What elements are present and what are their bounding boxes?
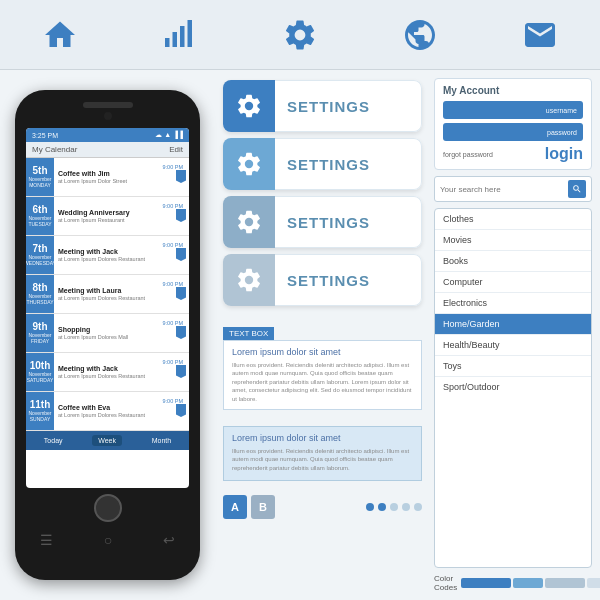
calendar-item[interactable]: 8th November THURSDAY Meeting with Laura…	[26, 275, 189, 314]
search-bar[interactable]	[434, 176, 592, 202]
event-right: 9:00 PM	[159, 275, 189, 313]
event-content: Meeting with Laura at Lorem Ipsum Dolore…	[54, 275, 159, 313]
signal-icon[interactable]	[150, 5, 210, 65]
tab-month[interactable]: Month	[146, 435, 177, 446]
status-bar: 3:25 PM ☁ ▲ ▐▐	[26, 128, 189, 142]
menu-item-movies[interactable]: Movies	[435, 230, 591, 251]
event-date: 5th November MONDAY	[26, 158, 54, 196]
event-time: 9:00 PM	[163, 395, 186, 404]
event-date: 6th November TUESDAY	[26, 197, 54, 235]
settings-button-3[interactable]: SETTINGS	[223, 196, 422, 248]
textbox-label: TEXT BOX	[223, 327, 274, 340]
event-title: Meeting with Jack	[58, 365, 155, 372]
calendar-item[interactable]: 11th November SUNDAY Coffee with Eva at …	[26, 392, 189, 431]
forgot-password-link[interactable]: forgot password	[443, 151, 493, 158]
username-label: username	[546, 107, 577, 114]
menu-item-computer[interactable]: Computer	[435, 272, 591, 293]
menu-icon[interactable]: ☰	[40, 532, 53, 548]
letter-buttons: A B	[223, 495, 275, 519]
circle-icon[interactable]: ○	[104, 532, 112, 548]
textbox-content-2: Lorem ipsum dolor sit amet Illum eos pro…	[223, 426, 422, 481]
menu-item-clothes[interactable]: Clothes	[435, 209, 591, 230]
menu-item-toys[interactable]: Toys	[435, 356, 591, 377]
mail-icon[interactable]	[510, 5, 570, 65]
letter-btn-b[interactable]: B	[251, 495, 275, 519]
phone-home-button[interactable]	[94, 494, 122, 522]
event-right: 9:00 PM	[159, 353, 189, 391]
dot-1	[366, 503, 374, 511]
main-area: 3:25 PM ☁ ▲ ▐▐ My Calendar Edit 5th Nove…	[0, 70, 600, 600]
settings-btn-icon	[223, 254, 275, 306]
letter-btn-a[interactable]: A	[223, 495, 247, 519]
event-content: Coffee with Jim at Lorem Ipsum Dolor Str…	[54, 158, 159, 196]
color-codes-section: Color Codes	[434, 574, 592, 592]
search-input[interactable]	[440, 185, 564, 194]
gear-icon[interactable]	[270, 5, 330, 65]
menu-item-electronics[interactable]: Electronics	[435, 293, 591, 314]
back-icon[interactable]: ↩	[163, 532, 175, 548]
event-day-num: 5th	[33, 166, 48, 176]
phone-device: 3:25 PM ☁ ▲ ▐▐ My Calendar Edit 5th Nove…	[15, 90, 200, 580]
phone-bottom-tabs[interactable]: Today Week Month	[26, 431, 189, 450]
event-location: at Lorem Ipsum Dolores Restaurant	[58, 373, 155, 379]
settings-btn-icon	[223, 196, 275, 248]
globe-icon[interactable]	[390, 5, 450, 65]
calendar-item[interactable]: 9th November FRIDAY Shopping at Lorem Ip…	[26, 314, 189, 353]
event-location: at Lorem Ipsum Dolores Restaurant	[58, 295, 155, 301]
home-icon[interactable]	[30, 5, 90, 65]
search-icon[interactable]	[568, 180, 586, 198]
event-day-num: 10th	[30, 361, 51, 371]
password-field[interactable]: password	[443, 123, 583, 141]
settings-btn-icon	[223, 138, 275, 190]
phone-bottom-icons: ☰ ○ ↩	[15, 528, 200, 552]
username-field[interactable]: username	[443, 101, 583, 119]
calendar-header: My Calendar Edit	[26, 142, 189, 158]
calendar-edit[interactable]: Edit	[169, 145, 183, 154]
dot-indicators	[366, 503, 422, 511]
calendar-item[interactable]: 6th November TUESDAY Wedding Anniversary…	[26, 197, 189, 236]
login-button[interactable]: login	[545, 145, 583, 163]
calendar-item[interactable]: 7th November WEDNESDAY Meeting with Jack…	[26, 236, 189, 275]
settings-buttons-list: SETTINGS SETTINGS SETTINGS SETTINGS	[223, 80, 422, 312]
settings-btn-label: SETTINGS	[275, 196, 422, 248]
phone-speaker	[83, 102, 133, 108]
tab-today[interactable]: Today	[38, 435, 69, 446]
tab-week[interactable]: Week	[92, 435, 122, 446]
bookmark-icon	[176, 326, 186, 339]
event-day-name: SATURDAY	[27, 377, 53, 383]
color-bar-2	[513, 578, 543, 588]
color-bar-row	[461, 578, 600, 588]
event-title: Coffee with Jim	[58, 170, 155, 177]
menu-item-books[interactable]: Books	[435, 251, 591, 272]
settings-button-4[interactable]: SETTINGS	[223, 254, 422, 306]
settings-button-1[interactable]: SETTINGS	[223, 80, 422, 132]
event-date: 10th November SATURDAY	[26, 353, 54, 391]
event-location: at Lorem Ipsum Dolores Restaurant	[58, 412, 155, 418]
textbox-body-text-2: Illum eos provident. Reiciendis deleniti…	[232, 447, 413, 472]
settings-button-2[interactable]: SETTINGS	[223, 138, 422, 190]
textbox-main-text: Lorem ipsum dolor sit amet	[232, 347, 413, 357]
event-title: Wedding Anniversary	[58, 209, 155, 216]
event-day-name: TUESDAY	[28, 221, 51, 227]
calendar-item[interactable]: 5th November MONDAY Coffee with Jim at L…	[26, 158, 189, 197]
event-date: 8th November THURSDAY	[26, 275, 54, 313]
event-content: Meeting with Jack at Lorem Ipsum Dolores…	[54, 353, 159, 391]
event-content: Wedding Anniversary at Lorem Ipsum Resta…	[54, 197, 159, 235]
settings-btn-label: SETTINGS	[275, 254, 422, 306]
menu-item-home-garden[interactable]: Home/Garden	[435, 314, 591, 335]
event-day-name: THURSDAY	[26, 299, 53, 305]
event-title: Meeting with Laura	[58, 287, 155, 294]
event-time: 9:00 PM	[163, 317, 186, 326]
bookmark-icon	[176, 170, 186, 183]
settings-btn-icon	[223, 80, 275, 132]
event-day-num: 11th	[30, 400, 51, 410]
bookmark-icon	[176, 404, 186, 417]
calendar-item[interactable]: 10th November SATURDAY Meeting with Jack…	[26, 353, 189, 392]
event-content: Shopping at Lorem Ipsum Dolores Mall	[54, 314, 159, 352]
menu-item-sport-outdoor[interactable]: Sport/Outdoor	[435, 377, 591, 397]
top-icon-bar	[0, 0, 600, 70]
menu-item-health-beauty[interactable]: Health/Beauty	[435, 335, 591, 356]
dot-4	[402, 503, 410, 511]
phone-screen: 3:25 PM ☁ ▲ ▐▐ My Calendar Edit 5th Nove…	[26, 128, 189, 488]
event-right: 9:00 PM	[159, 314, 189, 352]
